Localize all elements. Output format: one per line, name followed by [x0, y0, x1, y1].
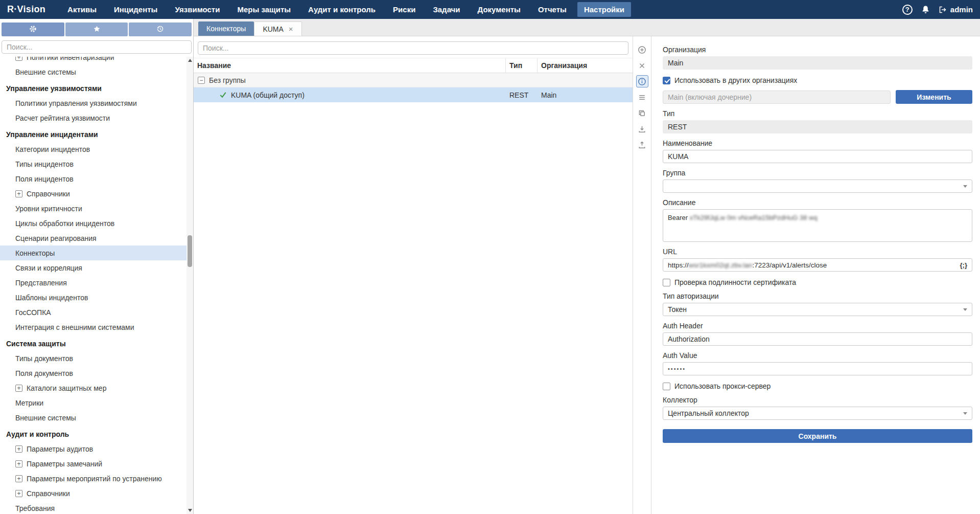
name-input[interactable] [663, 150, 972, 163]
tree-item[interactable]: Внешние системы [0, 410, 186, 425]
tree-item[interactable]: Представления [0, 275, 186, 290]
tree-item[interactable]: +Справочники [0, 186, 186, 201]
expand-plus-icon[interactable]: + [15, 190, 22, 197]
tree-item[interactable]: Уровни критичности [0, 201, 186, 216]
tree-item[interactable]: Категории инцидентов [0, 142, 186, 157]
table-row[interactable]: KUMA (общий доступ) REST Main [194, 87, 633, 102]
tree-item[interactable]: Интеграция с внешними системами [0, 320, 186, 334]
sidebar-tab-history[interactable] [129, 23, 192, 36]
tree-item[interactable]: Связи и корреляция [0, 260, 186, 275]
nav-item[interactable]: Активы [61, 2, 103, 17]
help-icon[interactable]: ? [902, 5, 913, 15]
bell-icon[interactable] [921, 5, 930, 14]
nav-item[interactable]: Аудит и контроль [301, 2, 382, 17]
column-header-type[interactable]: Тип [506, 58, 538, 73]
url-input[interactable]: https://wsr1kxm02qt.zbv.lan:7223/api/v1/… [663, 258, 972, 272]
info-icon [638, 77, 646, 86]
sidebar: +Политики инвентаризацииВнешние системыУ… [0, 19, 194, 514]
tree-item[interactable]: Метрики [0, 395, 186, 410]
tree-item[interactable]: Циклы обработки инцидентов [0, 216, 186, 231]
proxy-checkbox-row[interactable]: Использовать прокси-сервер [663, 382, 972, 390]
column-header-name[interactable]: Название [194, 58, 506, 73]
variables-icon[interactable]: {;} [960, 261, 967, 269]
sidebar-tab-settings[interactable] [2, 23, 64, 36]
nav-item[interactable]: Задачи [426, 2, 466, 17]
share-orgs-checkbox-row[interactable]: Использовать в других организациях [663, 76, 972, 84]
tab[interactable]: Коннекторы [198, 21, 254, 36]
expand-plus-icon[interactable]: + [15, 490, 22, 497]
tree-item[interactable]: Поля инцидентов [0, 171, 186, 186]
import-button[interactable] [636, 123, 648, 135]
sidebar-scrollbar[interactable] [186, 57, 193, 514]
scrollbar-thumb[interactable] [188, 235, 192, 267]
tree-item[interactable]: Типы инцидентов [0, 157, 186, 171]
auth-type-select[interactable]: Токен [663, 303, 972, 316]
list-view-button[interactable] [636, 91, 648, 103]
group-select[interactable] [663, 180, 972, 193]
tab[interactable]: KUMA× [254, 21, 301, 36]
checkbox-icon[interactable] [663, 383, 670, 390]
tree-item[interactable]: +Параметры замечаний [0, 456, 186, 471]
tree-item[interactable]: +Каталоги защитных мер [0, 381, 186, 395]
tree-item[interactable]: +Политики инвентаризации [0, 57, 186, 64]
add-button[interactable] [636, 43, 648, 56]
nav-item[interactable]: Инциденты [107, 2, 164, 17]
tree-item[interactable]: Типы документов [0, 351, 186, 366]
tree-item[interactable]: ГосСОПКА [0, 305, 186, 320]
checkbox-icon[interactable] [663, 279, 670, 286]
close-tab-icon[interactable]: × [289, 25, 293, 33]
list-search-input[interactable] [198, 41, 628, 55]
upload-icon [638, 141, 646, 149]
tree-item[interactable]: Требования [0, 501, 186, 514]
nav-item[interactable]: Настройки [577, 2, 631, 17]
scroll-down-icon[interactable] [188, 509, 192, 512]
expand-plus-icon[interactable]: + [15, 385, 22, 392]
checkbox-icon[interactable] [663, 77, 670, 84]
copy-button[interactable] [636, 107, 648, 119]
app-logo[interactable]: R·Vision [7, 4, 45, 15]
nav-item[interactable]: Уязвимости [168, 2, 226, 17]
expand-plus-icon[interactable]: + [15, 475, 22, 482]
tree-item[interactable]: Внешние системы [0, 64, 186, 79]
nav-item[interactable]: Отчеты [531, 2, 573, 17]
tree-item[interactable]: +Параметры мероприятий по устранению [0, 471, 186, 486]
save-button[interactable]: Сохранить [663, 429, 972, 443]
delete-button[interactable] [636, 59, 648, 72]
nav-item[interactable]: Риски [386, 2, 422, 17]
expand-plus-icon[interactable]: + [15, 445, 22, 453]
logout-icon[interactable] [939, 6, 947, 14]
tree-item[interactable]: Расчет рейтинга уязвимости [0, 110, 186, 125]
info-button[interactable] [636, 75, 648, 87]
nav-item[interactable]: Меры защиты [230, 2, 297, 17]
cert-checkbox-row[interactable]: Проверка подлинности сертификата [663, 278, 972, 286]
tree-item[interactable]: Политики управления уязвимостями [0, 96, 186, 110]
tree-item[interactable]: Сценарии реагирования [0, 231, 186, 245]
sidebar-search-input[interactable] [2, 40, 192, 54]
export-button[interactable] [636, 139, 648, 151]
column-header-org[interactable]: Организация [538, 58, 633, 73]
expand-plus-icon[interactable]: + [15, 460, 22, 467]
auth-value-input[interactable]: •••••• [663, 362, 972, 375]
user-menu[interactable]: admin [939, 5, 973, 14]
tree-item[interactable]: +Параметры аудитов [0, 441, 186, 456]
scroll-up-icon[interactable] [188, 59, 192, 62]
tree-item[interactable]: Поля документов [0, 366, 186, 381]
tree-item[interactable]: Коннекторы [0, 245, 186, 260]
tree-item[interactable]: Шаблоны инцидентов [0, 290, 186, 305]
sidebar-tab-favorites[interactable] [65, 23, 128, 36]
auth-type-label: Тип авторизации [663, 292, 972, 300]
tab-label: Коннекторы [206, 25, 246, 33]
nav-item[interactable]: Документы [471, 2, 527, 17]
table-header: Название Тип Организация [194, 58, 633, 73]
description-textarea[interactable]: Bearer xTk29fJqLw 0m vNceRa15bPzdHuG 38 … [663, 209, 972, 242]
collector-select[interactable]: Центральный коллектор [663, 407, 972, 420]
sidebar-tree-wrap: +Политики инвентаризацииВнешние системыУ… [0, 57, 193, 514]
expand-plus-icon[interactable]: + [15, 57, 22, 61]
name-label: Наименование [663, 139, 972, 147]
auth-header-input[interactable] [663, 332, 972, 346]
change-button[interactable]: Изменить [896, 90, 972, 104]
row-name: KUMA (общий доступ) [231, 91, 305, 99]
collapse-icon[interactable]: − [198, 77, 205, 84]
group-row[interactable]: − Без группы [194, 73, 633, 87]
tree-item[interactable]: +Справочники [0, 486, 186, 501]
